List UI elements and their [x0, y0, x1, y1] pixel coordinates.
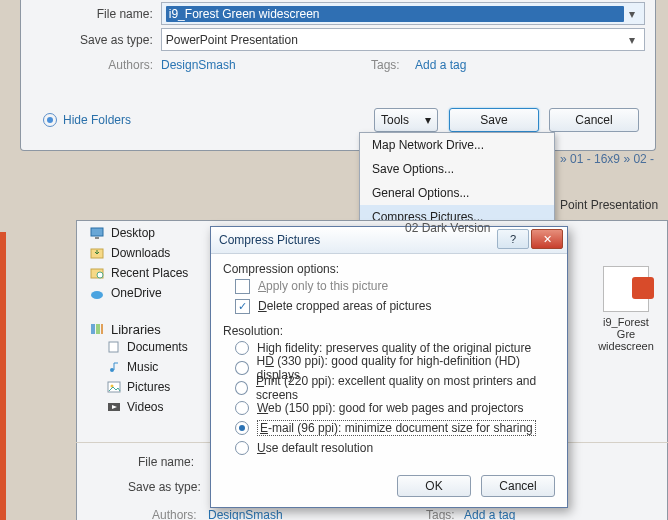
svg-point-10: [110, 368, 114, 372]
chk-accelerator: A: [258, 279, 266, 293]
radio-email[interactable]: E-mail (96 ppi): minimize document size …: [235, 418, 555, 438]
behind-text-version: 02 Dark Version: [405, 221, 490, 235]
svg-rect-8: [101, 324, 103, 334]
videos-icon: [107, 400, 121, 414]
section-label: Compression options:: [223, 262, 555, 276]
sidebar-item-label: Music: [127, 360, 158, 374]
save-label: Save: [480, 113, 507, 127]
download-icon: [89, 245, 105, 261]
chk-label: pply only to this picture: [266, 279, 388, 293]
chevron-down-icon[interactable]: ▾: [624, 29, 640, 50]
nav-sidebar: Desktop Downloads Recent Places OneDrive…: [77, 221, 219, 520]
app-accent-edge: [0, 232, 6, 520]
radio-label: E-mail (96 ppi): minimize document size …: [257, 420, 536, 436]
help-button[interactable]: ?: [497, 229, 529, 249]
file-name-label: File name:: [138, 455, 194, 469]
sidebar-item-documents[interactable]: Documents: [107, 337, 219, 357]
save-button[interactable]: Save: [449, 108, 539, 132]
radio-icon: [235, 441, 249, 455]
ok-button[interactable]: OK: [397, 475, 471, 497]
authors-label: Authors:: [21, 58, 153, 72]
hide-folders-toggle[interactable]: Hide Folders: [43, 113, 131, 127]
save-type-field[interactable]: PowerPoint Presentation ▾: [161, 28, 645, 51]
svg-rect-0: [91, 228, 103, 236]
authors-row: Authors: DesignSmash: [21, 58, 236, 72]
radio-label: Use default resolution: [257, 441, 373, 455]
svg-point-5: [91, 291, 103, 299]
sidebar-item-desktop[interactable]: Desktop: [89, 223, 219, 243]
chk-label: elete cropped areas of pictures: [267, 299, 432, 313]
tools-button[interactable]: Tools ▾: [374, 108, 438, 132]
documents-icon: [107, 340, 121, 354]
authors-value[interactable]: DesignSmash: [208, 508, 283, 520]
sidebar-item-music[interactable]: Music: [107, 357, 219, 377]
radio-print[interactable]: Print (220 ppi): excellent quality on mo…: [235, 378, 555, 398]
context-label: Point Presentation: [560, 198, 658, 212]
sidebar-item-label: Desktop: [111, 226, 155, 240]
radio-icon: [43, 113, 57, 127]
breadcrumb-tail: » 01 - 16x9 » 02 -: [560, 152, 654, 166]
radio-icon: [235, 341, 249, 355]
radio-icon: [235, 381, 248, 395]
resolution-section: Resolution: High fidelity: preserves qua…: [223, 324, 555, 458]
authors-value[interactable]: DesignSmash: [161, 58, 236, 72]
menu-item-save-options[interactable]: Save Options...: [360, 157, 554, 181]
dialog-title: Compress Pictures: [219, 233, 320, 247]
sidebar-item-videos[interactable]: Videos: [107, 397, 219, 417]
close-button[interactable]: ✕: [531, 229, 563, 249]
sidebar-item-onedrive[interactable]: OneDrive: [89, 283, 219, 303]
sidebar-item-label: Recent Places: [111, 266, 188, 280]
section-label: Resolution:: [223, 324, 555, 338]
authors-label: Authors:: [152, 508, 197, 520]
dialog-title-bar[interactable]: Compress Pictures ? ✕: [211, 227, 567, 254]
radio-web[interactable]: Web (150 ppi): good for web pages and pr…: [235, 398, 555, 418]
sidebar-item-recent[interactable]: Recent Places: [89, 263, 219, 283]
tags-value[interactable]: Add a tag: [464, 508, 515, 520]
svg-rect-1: [95, 237, 99, 239]
cancel-label: Cancel: [575, 113, 612, 127]
file-thumbnail[interactable]: i9_Forest Gre widescreen: [598, 266, 654, 352]
checkbox-apply-only[interactable]: Apply only to this picture: [235, 276, 555, 296]
thumb-label-1: i9_Forest Gre: [598, 316, 654, 340]
dialog-body: Compression options: Apply only to this …: [211, 254, 567, 458]
svg-point-4: [97, 272, 103, 278]
menu-item-map-network[interactable]: Map Network Drive...: [360, 133, 554, 157]
cancel-button[interactable]: Cancel: [549, 108, 639, 132]
tags-label: Tags:: [426, 508, 455, 520]
radio-icon: [235, 361, 249, 375]
save-type-row: Save as type: PowerPoint Presentation ▾: [21, 28, 645, 51]
sidebar-item-label: OneDrive: [111, 286, 162, 300]
file-name-row: File name: i9_Forest Green widescreen ▾: [21, 2, 645, 25]
checkbox-delete-cropped[interactable]: ✓ Delete cropped areas of pictures: [235, 296, 555, 316]
sidebar-item-downloads[interactable]: Downloads: [89, 243, 219, 263]
ok-label: OK: [425, 479, 442, 493]
save-type-label: Save as type:: [21, 33, 153, 47]
chevron-down-icon[interactable]: ▾: [624, 3, 640, 24]
sidebar-group-libraries[interactable]: Libraries: [89, 321, 219, 337]
sidebar-item-label: Videos: [127, 400, 163, 414]
tags-label: Tags:: [371, 58, 407, 72]
sidebar-item-label: Pictures: [127, 380, 170, 394]
radio-label: High fidelity: preserves quality of the …: [257, 341, 531, 355]
file-name-field[interactable]: i9_Forest Green widescreen ▾: [161, 2, 645, 25]
save-type-value: PowerPoint Presentation: [166, 33, 624, 47]
tags-value[interactable]: Add a tag: [415, 58, 466, 72]
chk-accelerator: D: [258, 299, 267, 313]
radio-default[interactable]: Use default resolution: [235, 438, 555, 458]
sidebar-item-pictures[interactable]: Pictures: [107, 377, 219, 397]
svg-rect-6: [91, 324, 95, 334]
menu-item-general-options[interactable]: General Options...: [360, 181, 554, 205]
window-controls: ? ✕: [495, 229, 563, 249]
recent-icon: [89, 265, 105, 281]
pictures-icon: [107, 380, 121, 394]
file-name-value[interactable]: i9_Forest Green widescreen: [166, 6, 624, 22]
svg-rect-9: [109, 342, 118, 352]
checkbox-icon: [235, 279, 250, 294]
cancel-button[interactable]: Cancel: [481, 475, 555, 497]
save-as-panel: File name: i9_Forest Green widescreen ▾ …: [20, 0, 656, 151]
music-icon: [107, 360, 121, 374]
cloud-icon: [89, 285, 105, 301]
powerpoint-icon: [603, 266, 649, 312]
tools-menu: Map Network Drive... Save Options... Gen…: [359, 132, 555, 230]
desktop-icon: [89, 225, 105, 241]
